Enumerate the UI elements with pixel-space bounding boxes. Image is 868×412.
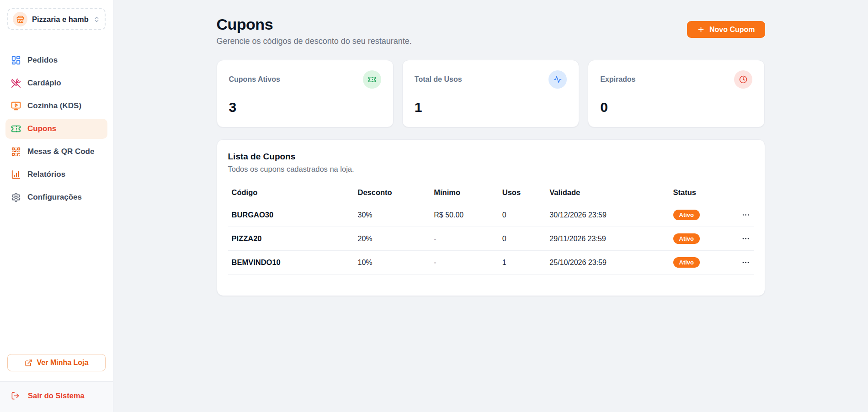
stat-card-total-uses: Total de Usos 1 — [402, 60, 579, 127]
status-badge: Ativo — [673, 233, 700, 244]
coupon-validity: 30/12/2026 23:59 — [546, 203, 669, 227]
coupon-minimum: - — [430, 227, 499, 251]
sidebar-item-mesas-qr-code[interactable]: Mesas & QR Code — [5, 142, 107, 162]
sidebar: Pizzaria e hambu... Pedidos Cardápio — [0, 0, 113, 412]
coupon-code: BURGAO30 — [228, 203, 354, 227]
column-header-codigo: Código — [228, 185, 354, 203]
sidebar-item-label: Cupons — [27, 124, 56, 133]
coupon-code: BEMVINDO10 — [228, 251, 354, 275]
sidebar-item-configuracoes[interactable]: Configurações — [5, 187, 107, 207]
coupon-discount: 20% — [354, 227, 431, 251]
sidebar-nav: Pedidos Cardápio Cozinha (KDS) Cupons — [0, 39, 113, 207]
coupon-discount: 30% — [354, 203, 431, 227]
coupon-uses: 0 — [499, 203, 546, 227]
logout-label: Sair do Sistema — [28, 391, 85, 400]
column-header-validade: Validade — [546, 185, 669, 203]
sidebar-item-pedidos[interactable]: Pedidos — [5, 50, 107, 70]
stat-card-expired: Expirados 0 — [588, 60, 765, 127]
coupon-table: Código Desconto Mínimo Usos Validade Sta… — [228, 185, 754, 275]
column-header-usos: Usos — [499, 185, 546, 203]
page-subtitle: Gerencie os códigos de desconto do seu r… — [217, 37, 412, 46]
stat-label: Total de Usos — [415, 75, 462, 84]
sidebar-item-cupons[interactable]: Cupons — [5, 119, 107, 139]
view-my-store-button[interactable]: Ver Minha Loja — [7, 354, 106, 371]
sidebar-item-label: Relatórios — [27, 170, 65, 179]
view-my-store-label: Ver Minha Loja — [37, 359, 89, 367]
sidebar-item-relatorios[interactable]: Relatórios — [5, 164, 107, 185]
store-selector-label: Pizzaria e hambu... — [32, 15, 89, 24]
gear-icon — [11, 192, 21, 202]
column-header-minimo: Mínimo — [430, 185, 499, 203]
table-row: BURGAO30 30% R$ 50.00 0 30/12/2026 23:59… — [228, 203, 754, 227]
coupon-uses: 0 — [499, 227, 546, 251]
stat-value: 3 — [229, 100, 381, 115]
coupon-code: PIZZA20 — [228, 227, 354, 251]
coupon-minimum: - — [430, 251, 499, 275]
table-row: BEMVINDO10 10% - 1 25/10/2026 23:59 Ativ… — [228, 251, 754, 275]
sidebar-item-cardapio[interactable]: Cardápio — [5, 73, 107, 93]
new-coupon-button[interactable]: Novo Cupom — [687, 21, 765, 38]
coupon-validity: 29/11/2026 23:59 — [546, 227, 669, 251]
page-title: Cupons — [217, 16, 412, 33]
sidebar-item-cozinha-kds[interactable]: Cozinha (KDS) — [5, 96, 107, 116]
stat-label: Cupons Ativos — [229, 75, 280, 84]
coupon-list-card: Lista de Cupons Todos os cupons cadastra… — [217, 139, 765, 296]
monitor-play-icon — [11, 101, 21, 111]
row-actions-button[interactable] — [741, 211, 750, 219]
logout-button[interactable]: Sair do Sistema — [11, 391, 85, 400]
sidebar-item-label: Mesas & QR Code — [27, 147, 94, 156]
log-out-icon — [11, 391, 20, 400]
main-content: Cupons Gerencie os códigos de desconto d… — [113, 0, 868, 412]
sidebar-item-label: Pedidos — [27, 56, 58, 65]
status-badge: Ativo — [673, 210, 700, 220]
activity-icon — [548, 70, 567, 89]
ticket-icon — [11, 124, 21, 134]
ticket-icon — [363, 70, 381, 89]
row-actions-button[interactable] — [741, 258, 750, 267]
sidebar-item-label: Cardápio — [27, 79, 61, 88]
column-header-desconto: Desconto — [354, 185, 431, 203]
coupon-minimum: R$ 50.00 — [430, 203, 499, 227]
status-badge: Ativo — [673, 257, 700, 268]
page-header: Cupons Gerencie os códigos de desconto d… — [217, 16, 765, 46]
sidebar-item-label: Configurações — [27, 193, 82, 202]
sidebar-item-label: Cozinha (KDS) — [27, 101, 81, 111]
coupon-discount: 10% — [354, 251, 431, 275]
column-header-actions — [733, 185, 754, 203]
stats-row: Cupons Ativos 3 Total de Usos 1 — [217, 60, 765, 127]
coupon-validity: 25/10/2026 23:59 — [546, 251, 669, 275]
stat-value: 1 — [415, 100, 567, 115]
column-header-status: Status — [670, 185, 733, 203]
coupon-uses: 1 — [499, 251, 546, 275]
table-row: PIZZA20 20% - 0 29/11/2026 23:59 Ativo — [228, 227, 754, 251]
stat-value: 0 — [600, 100, 752, 115]
external-link-icon — [25, 359, 32, 367]
store-selector[interactable]: Pizzaria e hambu... — [7, 8, 106, 30]
stat-card-active-coupons: Cupons Ativos 3 — [217, 60, 394, 127]
layout-grid-icon — [11, 55, 21, 65]
store-icon — [13, 12, 27, 26]
new-coupon-label: Novo Cupom — [709, 26, 755, 34]
stat-label: Expirados — [600, 75, 635, 84]
bar-chart-icon — [11, 169, 21, 180]
row-actions-button[interactable] — [741, 234, 750, 243]
coupon-list-title: Lista de Cupons — [228, 152, 754, 162]
utensils-crossed-icon — [11, 78, 21, 88]
sidebar-footer: Sair do Sistema — [0, 381, 113, 412]
app-root: Pizzaria e hambu... Pedidos Cardápio — [0, 0, 868, 412]
table-header-row: Código Desconto Mínimo Usos Validade Sta… — [228, 185, 754, 203]
chevrons-up-down-icon — [93, 16, 100, 23]
qr-code-icon — [11, 147, 21, 157]
coupon-list-subtitle: Todos os cupons cadastrados na loja. — [228, 165, 754, 174]
clock-icon — [734, 70, 752, 89]
plus-icon — [697, 26, 705, 33]
